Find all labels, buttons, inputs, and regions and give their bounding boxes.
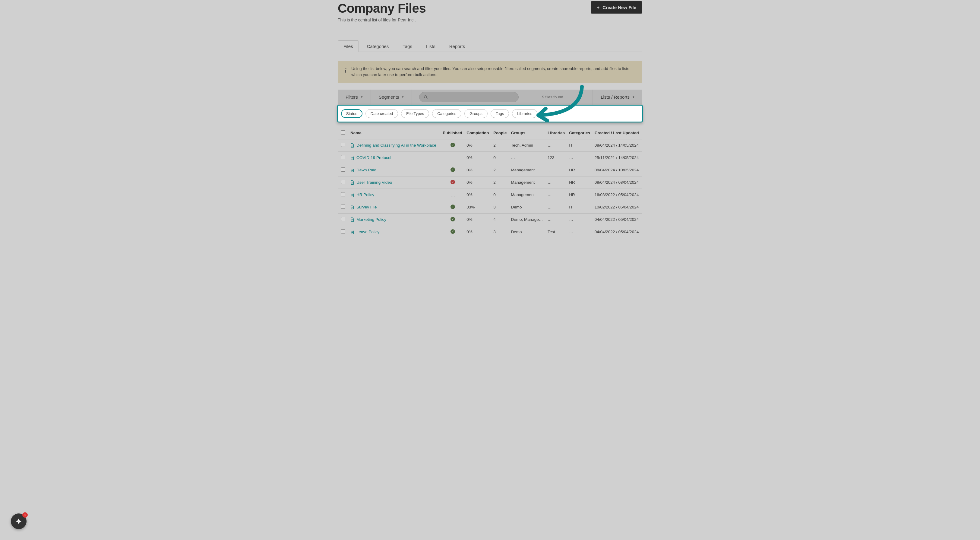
file-name-link[interactable]: User Training Video — [356, 180, 392, 185]
chip-status[interactable]: Status — [341, 109, 363, 118]
row-checkbox[interactable] — [341, 192, 345, 196]
files-table: Name Published Completion People Groups … — [338, 127, 642, 238]
file-name-link[interactable]: Dawn Raid — [356, 168, 376, 172]
chip-groups[interactable]: Groups — [465, 109, 488, 118]
row-checkbox[interactable] — [341, 167, 345, 172]
chip-date-created[interactable]: Date created — [366, 109, 398, 118]
help-widget-count: 1 — [22, 512, 28, 518]
file-icon — [350, 168, 354, 172]
file-icon — [350, 230, 354, 234]
cell-categories: IT — [567, 201, 592, 213]
chip-file-types[interactable]: File Types — [401, 109, 429, 118]
toolbar: Filters ▾ Segments ▾ 9 files found Lists… — [338, 89, 642, 105]
tab-files[interactable]: Files — [338, 40, 359, 52]
cell-groups: Demo — [509, 201, 546, 213]
cell-people: 0 — [492, 188, 509, 201]
cell-completion: 0% — [465, 176, 492, 188]
file-name-link[interactable]: COVID-19 Protocol — [356, 155, 391, 160]
info-icon: i — [344, 66, 347, 75]
search-input[interactable] — [419, 92, 519, 102]
help-widget[interactable]: 1 — [11, 513, 27, 529]
filters-dropdown[interactable]: Filters ▾ — [338, 89, 371, 105]
cell-libraries: Test — [546, 226, 567, 238]
select-all-checkbox[interactable] — [341, 130, 345, 135]
row-checkbox[interactable] — [341, 229, 345, 234]
create-btn-label: Create New File — [603, 5, 636, 10]
cell-completion: 33% — [465, 201, 492, 213]
chip-tags[interactable]: Tags — [491, 109, 509, 118]
page-title: Company Files — [338, 1, 426, 16]
page-subtitle: This is the central list of files for Pe… — [338, 18, 426, 22]
table-row: User Training Video0%2Management…HR08/04… — [338, 176, 642, 188]
col-published[interactable]: Published — [441, 127, 465, 139]
file-name-link[interactable]: Survey File — [356, 205, 377, 209]
table-row: HR Policy…0%0Management…HR16/03/2022 / 0… — [338, 188, 642, 201]
row-checkbox[interactable] — [341, 217, 345, 221]
tabs: Files Categories Tags Lists Reports — [338, 40, 642, 52]
cell-people: 3 — [492, 226, 509, 238]
chip-libraries[interactable]: Libraries — [512, 109, 537, 118]
create-new-file-button[interactable]: + Create New File — [591, 1, 642, 14]
col-libraries[interactable]: Libraries — [546, 127, 567, 139]
col-name[interactable]: Name — [348, 127, 441, 139]
tab-tags[interactable]: Tags — [397, 40, 418, 52]
cell-completion: 0% — [465, 139, 492, 151]
chip-categories[interactable]: Categories — [432, 109, 461, 118]
tab-categories[interactable]: Categories — [361, 40, 395, 52]
table-row: COVID-19 Protocol…0%0…123…25/11/2021 / 1… — [338, 151, 642, 164]
cell-completion: 0% — [465, 213, 492, 226]
cell-dates: 16/03/2022 / 05/04/2024 — [593, 188, 642, 201]
segments-dropdown[interactable]: Segments ▾ — [371, 89, 412, 105]
row-checkbox[interactable] — [341, 143, 345, 147]
published-status — [450, 204, 455, 209]
file-name-link[interactable]: Leave Policy — [356, 229, 380, 234]
results-count: 9 files found — [542, 95, 563, 99]
file-icon — [350, 143, 354, 148]
cell-dates: 25/11/2021 / 14/05/2024 — [593, 151, 642, 164]
published-status — [450, 143, 455, 147]
cell-completion: 0% — [465, 151, 492, 164]
file-icon — [350, 156, 354, 160]
file-name-link[interactable]: Marketing Policy — [356, 217, 386, 222]
cell-groups: Management — [509, 176, 546, 188]
cell-categories: HR — [567, 164, 592, 176]
cell-categories: … — [567, 213, 592, 226]
cell-completion: 0% — [465, 226, 492, 238]
table-row: Dawn Raid0%2Management…HR08/04/2024 / 10… — [338, 164, 642, 176]
cell-dates: 08/04/2024 / 14/05/2024 — [593, 139, 642, 151]
filter-chips-highlight: Status Date created File Types Categorie… — [337, 105, 643, 123]
file-name-link[interactable]: HR Policy — [356, 193, 374, 197]
cell-libraries: … — [546, 213, 567, 226]
col-dates[interactable]: Created / Last Updated — [593, 127, 642, 139]
cell-libraries: … — [546, 201, 567, 213]
cell-libraries: … — [546, 139, 567, 151]
cell-libraries: 123 — [546, 151, 567, 164]
segments-label: Segments — [379, 94, 399, 100]
table-row: Survey File33%3Demo…IT10/02/2022 / 05/04… — [338, 201, 642, 213]
col-categories[interactable]: Categories — [567, 127, 592, 139]
col-groups[interactable]: Groups — [509, 127, 546, 139]
lists-reports-dropdown[interactable]: Lists / Reports ▾ — [592, 89, 642, 105]
file-name-link[interactable]: Defining and Classifying AI in the Workp… — [356, 143, 436, 148]
cell-dates: 08/04/2024 / 10/05/2024 — [593, 164, 642, 176]
file-icon — [350, 205, 354, 209]
info-message: Using the list below, you can search and… — [351, 66, 636, 78]
published-status — [450, 229, 455, 234]
cell-libraries: … — [546, 188, 567, 201]
row-checkbox[interactable] — [341, 180, 345, 184]
cell-groups: Tech, Admin — [509, 139, 546, 151]
cell-dates: 04/04/2022 / 05/04/2024 — [593, 226, 642, 238]
row-checkbox[interactable] — [341, 155, 345, 159]
cell-groups: Management — [509, 188, 546, 201]
row-checkbox[interactable] — [341, 204, 345, 209]
col-completion[interactable]: Completion — [465, 127, 492, 139]
search-icon — [424, 95, 428, 99]
col-people[interactable]: People — [492, 127, 509, 139]
chevron-down-icon: ▾ — [402, 95, 404, 99]
cell-completion: 0% — [465, 188, 492, 201]
cell-people: 2 — [492, 164, 509, 176]
tab-reports[interactable]: Reports — [444, 40, 471, 52]
cell-dates: 08/04/2024 / 08/04/2024 — [593, 176, 642, 188]
tab-lists[interactable]: Lists — [420, 40, 441, 52]
file-icon — [350, 218, 354, 222]
